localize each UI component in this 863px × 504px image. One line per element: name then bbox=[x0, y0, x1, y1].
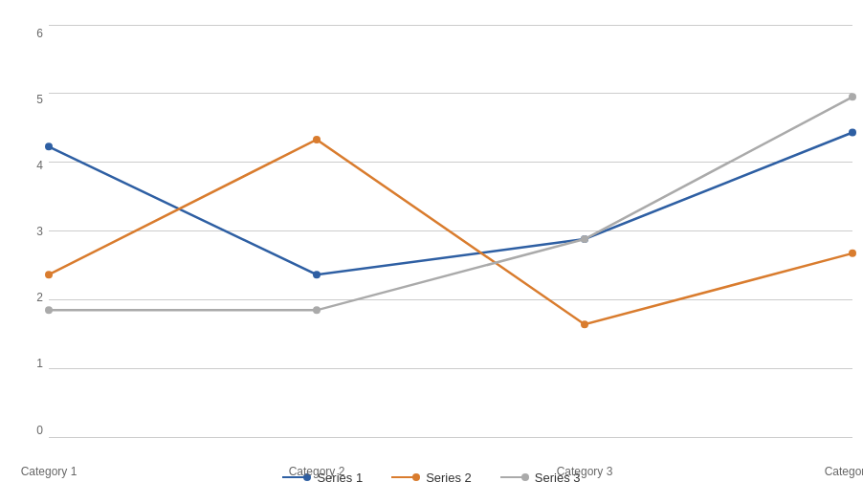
y-axis-label: 6 bbox=[36, 28, 43, 39]
data-point bbox=[313, 271, 321, 278]
x-axis-label: Category 4 bbox=[795, 465, 863, 478]
plot-area: Category 1Category 2Category 3Category 4 bbox=[49, 26, 852, 438]
x-axis-label: Category 2 bbox=[259, 465, 374, 478]
data-point bbox=[849, 128, 856, 136]
x-axis-label: Category 3 bbox=[527, 465, 642, 478]
data-point bbox=[313, 306, 321, 314]
series-line bbox=[49, 132, 852, 274]
y-axis-label: 4 bbox=[36, 160, 43, 171]
legend-dot bbox=[412, 473, 420, 481]
chart-area: 0123456 Category 1Category 2Category 3Ca… bbox=[11, 26, 852, 467]
legend-item: Series 2 bbox=[391, 471, 472, 485]
y-axis-label: 1 bbox=[36, 358, 43, 369]
data-point bbox=[581, 320, 588, 328]
series-line bbox=[49, 139, 852, 323]
legend-line bbox=[391, 476, 414, 478]
data-point bbox=[45, 306, 53, 314]
y-axis-label: 3 bbox=[36, 226, 43, 237]
x-axis-label: Category 1 bbox=[0, 465, 106, 478]
y-axis: 0123456 bbox=[11, 26, 49, 438]
y-axis-label: 2 bbox=[36, 292, 43, 303]
data-point bbox=[45, 271, 53, 278]
chart-svg bbox=[49, 26, 852, 438]
data-point bbox=[581, 235, 588, 243]
legend-label: Series 2 bbox=[426, 471, 472, 485]
data-point bbox=[313, 135, 321, 142]
y-axis-label: 0 bbox=[36, 425, 43, 436]
data-point bbox=[45, 142, 53, 150]
data-point bbox=[849, 93, 856, 100]
y-axis-label: 5 bbox=[36, 94, 43, 105]
data-point bbox=[849, 249, 856, 256]
chart-container: 0123456 Category 1Category 2Category 3Ca… bbox=[11, 9, 852, 496]
legend-line bbox=[500, 476, 523, 478]
